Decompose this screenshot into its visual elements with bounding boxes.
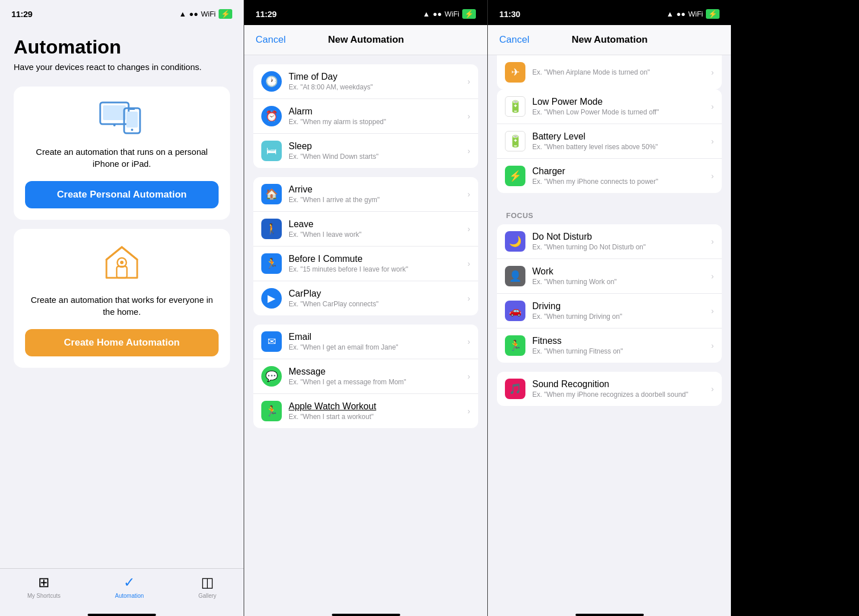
airplane-icon: ✈	[505, 62, 525, 83]
chevron-icon: ›	[711, 171, 714, 180]
location-icon: ▲	[179, 10, 186, 18]
low-power-mode-icon: 🔋	[505, 96, 525, 117]
sleep-text: Sleep Ex. "When Wind Down starts"	[289, 141, 467, 161]
cancel-button-p3[interactable]: Cancel	[499, 34, 529, 46]
tab-my-shortcuts[interactable]: ⊞ My Shortcuts	[27, 574, 60, 599]
personal-devices-icon	[99, 100, 145, 134]
message-icon: 💬	[261, 366, 282, 387]
list-item-fitness[interactable]: 🏃 Fitness Ex. "When turning Fitness on" …	[497, 328, 722, 363]
list-item-driving[interactable]: 🚗 Driving Ex. "When turning Driving on" …	[497, 294, 722, 328]
battery-level-title: Battery Level	[532, 132, 711, 142]
modal-title-p3: New Automation	[572, 34, 647, 46]
chevron-icon: ›	[467, 372, 470, 381]
list-item-leave[interactable]: 🚶 Leave Ex. "When I leave work" ›	[253, 212, 478, 247]
list-item-message[interactable]: 💬 Message Ex. "When I get a message from…	[253, 359, 478, 394]
work-icon: 👤	[505, 266, 525, 286]
list-item-low-power-mode[interactable]: 🔋 Low Power Mode Ex. "When Low Power Mod…	[497, 89, 722, 124]
leave-icon: 🚶	[261, 219, 282, 239]
personal-automation-card: Create an automation that runs on a pers…	[14, 87, 230, 220]
before-commute-subtitle: Ex. "15 minutes before I leave for work"	[289, 265, 467, 273]
arrive-subtitle: Ex. "When I arrive at the gym"	[289, 196, 467, 204]
tab-automation[interactable]: ✓ Automation	[115, 574, 144, 599]
list-item-charger[interactable]: ⚡ Charger Ex. "When my iPhone connects t…	[497, 159, 722, 193]
charger-title: Charger	[532, 166, 711, 176]
list-item-email[interactable]: ✉ Email Ex. "When I get an email from Ja…	[253, 325, 478, 359]
home-indicator-p1	[88, 614, 156, 616]
signal-icon-p3: ●●	[676, 10, 685, 18]
email-icon: ✉	[261, 331, 282, 352]
list-item-carplay[interactable]: ▶ CarPlay Ex. "When CarPlay connects" ›	[253, 281, 478, 315]
time-of-day-title: Time of Day	[289, 72, 467, 82]
home-card-description: Create an automation that works for ever…	[25, 294, 219, 318]
before-commute-title: Before I Commute	[289, 254, 467, 264]
list-item-before-commute[interactable]: 🏃 Before I Commute Ex. "15 minutes befor…	[253, 247, 478, 281]
list-item-apple-watch-workout[interactable]: 🏃 Apple Watch Workout Ex. "When I start …	[253, 394, 478, 428]
my-shortcuts-label: My Shortcuts	[27, 593, 60, 599]
wifi-icon-p2: WiFi	[445, 10, 459, 18]
list-group-power: 🔋 Low Power Mode Ex. "When Low Power Mod…	[497, 89, 722, 193]
list-item-alarm[interactable]: ⏰ Alarm Ex. "When my alarm is stopped" ›	[253, 99, 478, 134]
carplay-icon: ▶	[261, 288, 282, 309]
message-subtitle: Ex. "When I get a message from Mom"	[289, 378, 467, 386]
list-item-sleep[interactable]: 🛏 Sleep Ex. "When Wind Down starts" ›	[253, 134, 478, 168]
battery-level-icon: 🔋	[505, 131, 525, 151]
location-icon-p2: ▲	[422, 10, 430, 18]
apple-watch-workout-icon: 🏃	[261, 401, 282, 421]
list-item-arrive[interactable]: 🏠 Arrive Ex. "When I arrive at the gym" …	[253, 177, 478, 212]
list-item-sound-recognition[interactable]: 🎵 Sound Recognition Ex. "When my iPhone …	[497, 372, 722, 406]
alarm-subtitle: Ex. "When my alarm is stopped"	[289, 118, 467, 126]
status-time-p2: 11:29	[256, 9, 277, 19]
do-not-disturb-icon: 🌙	[505, 231, 525, 252]
list-item-work[interactable]: 👤 Work Ex. "When turning Work on" ›	[497, 259, 722, 294]
sound-recognition-title: Sound Recognition	[532, 379, 711, 389]
alarm-text: Alarm Ex. "When my alarm is stopped"	[289, 106, 467, 126]
list-group-apps: ✉ Email Ex. "When I get an email from Ja…	[253, 325, 478, 428]
fitness-subtitle: Ex. "When turning Fitness on"	[532, 347, 711, 355]
arrive-text: Arrive Ex. "When I arrive at the gym"	[289, 184, 467, 204]
list-item-airplane-partial[interactable]: ✈ Ex. "When Airplane Mode is turned on" …	[497, 55, 722, 89]
list-item-time-of-day[interactable]: 🕐 Time of Day Ex. "At 8:00 AM, weekdays"…	[253, 64, 478, 99]
tab-gallery[interactable]: ◫ Gallery	[198, 574, 216, 599]
status-bar-panel1: 11:29 ▲ ●● WiFi ⚡	[0, 0, 244, 25]
svg-rect-7	[117, 266, 127, 278]
work-title: Work	[532, 266, 711, 277]
tab-bar: ⊞ My Shortcuts ✓ Automation ◫ Gallery	[0, 568, 244, 610]
svg-rect-4	[126, 112, 138, 128]
panel3-list-content: ✈ Ex. "When Airplane Mode is turned on" …	[488, 55, 731, 610]
leave-text: Leave Ex. "When I leave work"	[289, 219, 467, 239]
chevron-icon: ›	[711, 137, 714, 146]
charger-subtitle: Ex. "When my iPhone connects to power"	[532, 178, 711, 186]
location-icon-p3: ▲	[666, 10, 673, 18]
create-personal-automation-button[interactable]: Create Personal Automation	[25, 181, 219, 208]
cancel-button-p2[interactable]: Cancel	[256, 34, 286, 46]
message-text: Message Ex. "When I get a message from M…	[289, 367, 467, 386]
status-bar-panel3: 11:30 ▲ ●● WiFi ⚡	[488, 0, 731, 25]
home-card-icon-area	[102, 243, 142, 285]
create-home-automation-button[interactable]: Create Home Automation	[25, 329, 219, 356]
list-item-battery-level[interactable]: 🔋 Battery Level Ex. "When battery level …	[497, 124, 722, 159]
before-commute-icon: 🏃	[261, 253, 282, 274]
gallery-tab-label: Gallery	[198, 593, 216, 599]
apple-watch-workout-title: Apple Watch Workout	[289, 401, 467, 412]
chevron-icon: ›	[467, 77, 470, 86]
carplay-title: CarPlay	[289, 289, 467, 299]
list-group-focus: 🌙 Do Not Disturb Ex. "When turning Do No…	[497, 224, 722, 363]
chevron-icon: ›	[467, 190, 470, 199]
dnd-title: Do Not Disturb	[532, 232, 711, 242]
work-subtitle: Ex. "When turning Work on"	[532, 278, 711, 286]
list-item-do-not-disturb[interactable]: 🌙 Do Not Disturb Ex. "When turning Do No…	[497, 224, 722, 259]
driving-subtitle: Ex. "When turning Driving on"	[532, 313, 711, 321]
automation-list-content: 🕐 Time of Day Ex. "At 8:00 AM, weekdays"…	[244, 55, 487, 610]
chevron-icon: ›	[711, 237, 714, 246]
status-icons-p3: ▲ ●● WiFi ⚡	[666, 9, 720, 19]
wifi-icon-p3: WiFi	[688, 10, 703, 18]
charger-text: Charger Ex. "When my iPhone connects to …	[532, 166, 711, 186]
phone-panel-new-automation: 11:29 ▲ ●● WiFi ⚡ Cancel New Automation …	[244, 0, 487, 616]
chevron-icon: ›	[711, 306, 714, 315]
chevron-icon: ›	[711, 341, 714, 350]
svg-point-2	[113, 124, 116, 126]
email-subtitle: Ex. "When I get an email from Jane"	[289, 343, 467, 351]
fitness-icon: 🏃	[505, 335, 525, 356]
status-icons-p2: ▲ ●● WiFi ⚡	[422, 9, 476, 19]
battery-level-subtitle: Ex. "When battery level rises above 50%"	[532, 143, 711, 151]
